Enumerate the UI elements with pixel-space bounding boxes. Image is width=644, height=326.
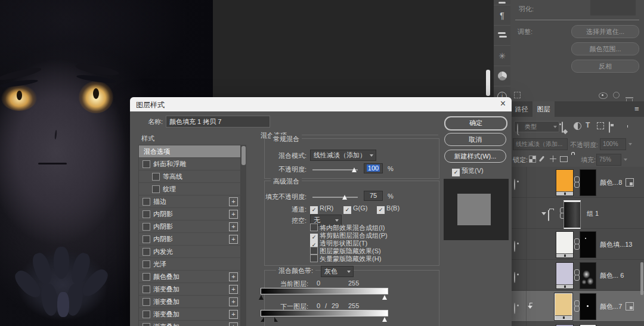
channel-g[interactable]: ✓ G(G): [343, 204, 368, 214]
style-checkbox[interactable]: [143, 311, 150, 318]
checkbox-unchecked[interactable]: [310, 247, 318, 254]
style-item-bevel-emboss[interactable]: 斜面和浮雕: [139, 158, 240, 170]
chevron-down-icon[interactable]: [553, 126, 557, 128]
lock-artboard-icon[interactable]: [560, 156, 568, 162]
style-item-gradient-overlay[interactable]: 渐变叠加+: [139, 296, 240, 308]
style-checkbox[interactable]: [143, 248, 150, 256]
opacity-slider-handle[interactable]: [352, 167, 357, 172]
close-icon[interactable]: ×: [500, 98, 506, 109]
layer-thumbnail[interactable]: [556, 169, 574, 196]
filter-type-label[interactable]: 类型: [525, 123, 537, 131]
blend-if-channel-dropdown[interactable]: 灰色: [321, 266, 354, 277]
style-checkbox[interactable]: [143, 223, 150, 231]
style-checkbox[interactable]: [143, 198, 150, 206]
underlying-white-handle[interactable]: [382, 317, 387, 322]
visibility-eye-icon[interactable]: [514, 272, 515, 283]
layer-row[interactable]: 颜色... 6: [510, 260, 644, 291]
checkbox-checked[interactable]: ✓: [452, 169, 460, 176]
style-item-inner-shadow[interactable]: 内阴影+: [139, 208, 240, 221]
style-checkbox[interactable]: [143, 260, 150, 268]
style-checkbox[interactable]: [143, 160, 150, 168]
layer-row-selected[interactable]: 颜色...7: [510, 291, 644, 322]
style-checkbox[interactable]: [143, 298, 150, 306]
fill-opacity-slider-handle[interactable]: [342, 195, 347, 200]
lock-paint-icon[interactable]: [539, 156, 544, 162]
layer-row-partial[interactable]: [510, 322, 644, 326]
style-item-color-overlay[interactable]: 颜色叠加+: [139, 271, 240, 283]
this-layer-black-handle[interactable]: [259, 295, 264, 300]
style-item-gradient-overlay[interactable]: 渐变叠加+: [139, 308, 240, 321]
channel-b[interactable]: ✓ B(B): [377, 204, 400, 214]
adv-check-vector-mask-hides[interactable]: 矢量蒙版隐藏效果(H): [310, 254, 381, 263]
opacity-slider-track[interactable]: [312, 169, 358, 170]
canvas-scrollbar-thumb[interactable]: [486, 70, 490, 96]
style-checkbox[interactable]: [143, 210, 150, 218]
underlying-black-handle-left[interactable]: [261, 317, 264, 322]
layer-mask-thumbnail[interactable]: [580, 262, 596, 289]
blend-mode-dropdown[interactable]: 线性减淡（添加）: [310, 150, 376, 161]
style-checkbox[interactable]: [143, 273, 150, 281]
tab-layers[interactable]: 图层: [532, 101, 555, 117]
style-checkbox[interactable]: [152, 173, 160, 181]
this-layer-white-handle[interactable]: [382, 295, 387, 300]
style-checkbox[interactable]: [143, 235, 150, 243]
add-instance-icon[interactable]: +: [229, 210, 238, 219]
layer-mask-thumbnail[interactable]: [580, 231, 596, 258]
add-instance-icon[interactable]: +: [229, 222, 238, 231]
layer-style-badge-icon[interactable]: [626, 178, 634, 187]
checkbox-checked[interactable]: ✓: [343, 206, 351, 214]
layers-scrollbar-thumb[interactable]: [640, 262, 643, 295]
style-item-inner-shadow[interactable]: 内阴影+: [139, 221, 240, 233]
visibility-eye-icon[interactable]: [514, 241, 515, 252]
dialog-titlebar[interactable]: 图层样式 ×: [130, 97, 512, 111]
ok-button[interactable]: 确定: [444, 116, 507, 131]
layer-mask-thumbnail[interactable]: [580, 293, 596, 320]
tab-paths[interactable]: 路径: [510, 101, 532, 117]
layer-name[interactable]: 颜色填...13: [600, 240, 632, 249]
fill-opacity-slider-track[interactable]: [312, 197, 358, 198]
visibility-eye-icon[interactable]: [514, 303, 515, 314]
panel-menu-icon[interactable]: ≡: [634, 104, 639, 113]
style-item-inner-shadow[interactable]: 内阴影+: [139, 233, 240, 246]
layer-thumbnail[interactable]: [556, 262, 574, 289]
style-checkbox[interactable]: [152, 185, 160, 193]
spark-panel-icon[interactable]: ✳: [494, 46, 510, 66]
style-item-inner-glow[interactable]: 内发光: [139, 246, 240, 258]
style-checkbox[interactable]: [143, 323, 150, 326]
style-item-gradient-overlay[interactable]: 渐变叠加+: [139, 283, 240, 296]
group-name[interactable]: 组 1: [587, 209, 599, 218]
underlying-gradient-bar[interactable]: [261, 310, 388, 316]
layer-thumbnail[interactable]: [555, 293, 572, 320]
add-instance-icon[interactable]: +: [229, 272, 238, 281]
group-thumbnail[interactable]: [564, 200, 581, 229]
paragraph-panel-icon[interactable]: ¶: [494, 5, 510, 26]
add-instance-icon[interactable]: +: [229, 297, 238, 306]
layer-name[interactable]: 颜色...8: [600, 178, 622, 187]
style-item-gradient-overlay[interactable]: 渐变叠加+: [139, 321, 240, 326]
expand-chevron-icon[interactable]: [541, 212, 546, 215]
new-style-button[interactable]: 新建样式(W)...: [444, 150, 506, 163]
group-row[interactable]: 组 1: [510, 198, 644, 229]
style-item-blending-options[interactable]: 混合选项: [139, 145, 240, 158]
layer-style-badge-icon[interactable]: [626, 302, 634, 311]
style-checkbox[interactable]: [143, 285, 150, 293]
add-instance-icon[interactable]: +: [229, 322, 238, 326]
cancel-button[interactable]: 取消: [444, 133, 506, 146]
layer-row[interactable]: 颜色填...13: [510, 229, 644, 260]
layer-name[interactable]: 颜色... 6: [600, 271, 624, 280]
fill-opacity-value-box[interactable]: 75: [364, 191, 383, 201]
style-item-satin[interactable]: 光泽: [139, 258, 240, 271]
add-instance-icon[interactable]: +: [229, 285, 238, 294]
layer-row[interactable]: 颜色...8: [510, 167, 644, 198]
checkbox-unchecked[interactable]: [310, 254, 318, 262]
visibility-eye-icon[interactable]: [514, 179, 515, 190]
layer-thumbnail[interactable]: [556, 231, 574, 258]
opacity-value-box[interactable]: 100: [364, 163, 383, 173]
dock-partial-icon[interactable]: [494, 0, 510, 5]
checkbox-unchecked[interactable]: [310, 223, 318, 231]
layer-mask-thumbnail[interactable]: [580, 169, 596, 196]
this-layer-gradient-bar[interactable]: [261, 288, 388, 294]
lock-transparency-icon[interactable]: [529, 156, 536, 163]
checkbox-checked[interactable]: ✓: [377, 206, 385, 214]
name-input[interactable]: 颜色填充 1 拷贝 7: [166, 116, 270, 128]
